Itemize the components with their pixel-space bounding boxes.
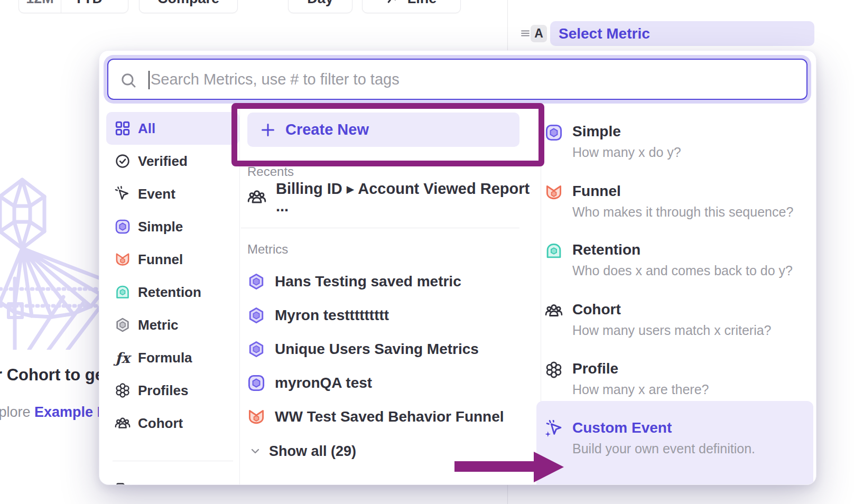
saved-metric-name: myronQA test [275, 375, 372, 391]
sidebar-item-label: Verified [138, 153, 188, 170]
saved-metric-name: Myron testtttttttt [275, 307, 389, 324]
custom-event-icon [545, 420, 563, 438]
metric-search-box[interactable] [107, 59, 807, 100]
sidebar-item-tags[interactable]: Tags [106, 473, 239, 485]
type-description: How many x do y? [572, 144, 799, 160]
type-card-funnel[interactable]: Funnel Who makes it through this sequenc… [545, 182, 799, 220]
sidebar-item-simple[interactable]: Simple [106, 210, 239, 243]
saved-metric-row[interactable]: Unique Users Saving Metrics [247, 332, 538, 366]
sidebar-item-profiles[interactable]: Profiles [106, 374, 239, 407]
range-12m-button[interactable]: 12M [19, 0, 61, 13]
select-metric-pill[interactable]: Select Metric [550, 21, 814, 46]
type-description: Build your own event definition. [572, 441, 799, 456]
type-description: How many x are there? [572, 381, 799, 397]
funnel-icon [545, 183, 563, 201]
metric-search-input[interactable] [151, 62, 801, 97]
saved-metric-row[interactable]: myronQA test [247, 366, 538, 400]
type-title: Custom Event [572, 419, 799, 437]
explore-line: xplore Example R [0, 404, 107, 421]
type-title: Simple [572, 123, 799, 141]
text-caret [148, 71, 150, 89]
sidebar-divider [113, 461, 233, 461]
sidebar-item-cohort[interactable]: Cohort [106, 407, 239, 440]
type-description: Who makes it through this sequence? [572, 204, 799, 220]
saved-metric-row[interactable]: WW Test Saved Behavior Funnel [247, 400, 538, 434]
metric-hexagon-icon [247, 273, 265, 291]
date-range-control[interactable]: 12M YTD [18, 0, 128, 13]
metrics-section-label: Metrics [247, 242, 288, 257]
formula-icon: ƒx [115, 350, 131, 366]
saved-metric-row[interactable]: Myron testtttttttt [247, 298, 538, 332]
metric-picker-screen: 12M YTD Compare Day Line A Select Metric [0, 0, 854, 504]
type-title: Retention [572, 241, 799, 259]
create-new-label: Create New [285, 121, 369, 138]
cohort-people-icon [247, 188, 266, 207]
profiles-icon [545, 361, 563, 379]
metric-hexagon-icon [247, 306, 265, 324]
line-chart-type-button[interactable]: Line [362, 0, 461, 13]
range-ytd-button[interactable]: YTD [61, 0, 128, 13]
explore-text: xplore [0, 404, 31, 420]
line-chart-icon [386, 0, 401, 6]
recents-section-label: Recents [247, 164, 294, 179]
sidebar-item-funnel[interactable]: Funnel [106, 243, 239, 276]
sidebar-item-metric[interactable]: Metric [106, 309, 239, 341]
retention-icon [545, 242, 563, 260]
select-metric-dropdown: All Verified Event Simple Funnel Retenti… [99, 50, 816, 485]
sidebar-item-retention[interactable]: Retention [106, 276, 239, 309]
sidebar-item-label: Funnel [138, 251, 183, 268]
compare-label: Compare [157, 0, 219, 7]
saved-metric-name: Unique Users Saving Metrics [275, 341, 479, 358]
metric-type-sidebar: All Verified Event Simple Funnel Retenti… [106, 112, 239, 485]
sidebar-item-label: Metric [138, 317, 179, 333]
funnel-icon [247, 408, 265, 426]
metric-hexagon-icon [247, 340, 265, 358]
plus-icon [260, 122, 276, 138]
simple-icon [247, 374, 265, 392]
compare-button[interactable]: Compare [139, 0, 238, 13]
sidebar-item-label: Event [138, 186, 175, 202]
type-title: Cohort [572, 301, 799, 319]
metric-hexagon-icon [115, 317, 131, 333]
day-label: Day [307, 0, 333, 7]
sidebar-item-label: Retention [138, 284, 201, 301]
saved-metric-name: WW Test Saved Behavior Funnel [275, 408, 504, 425]
profiles-icon [115, 382, 131, 398]
sidebar-item-label: Tags [138, 481, 169, 486]
type-card-custom-event[interactable]: Custom Event Build your own event defini… [545, 419, 799, 456]
type-card-profile[interactable]: Profile How many x are there? [545, 360, 799, 397]
sidebar-item-all[interactable]: All [106, 112, 239, 145]
cohort-people-icon [115, 415, 131, 431]
type-title: Profile [572, 360, 799, 378]
show-all-toggle[interactable]: Show all (29) [249, 441, 356, 462]
simple-icon [545, 124, 563, 142]
type-card-retention[interactable]: Retention Who does x and comes back to d… [545, 241, 799, 278]
sidebar-item-label: Simple [138, 219, 183, 235]
recent-item-label: Billing ID ▸ Account Viewed Report ... [276, 180, 535, 215]
drag-handle-icon[interactable] [520, 28, 531, 39]
recent-item[interactable]: Billing ID ▸ Account Viewed Report ... [247, 184, 535, 210]
type-card-simple[interactable]: Simple How many x do y? [545, 123, 799, 160]
verified-seal-icon [115, 153, 131, 169]
saved-metric-name: Hans Testing saved metric [275, 273, 461, 290]
simple-icon [115, 219, 131, 235]
show-all-label: Show all (29) [269, 443, 356, 460]
select-metric-label: Select Metric [559, 25, 650, 42]
sidebar-item-label: All [138, 120, 155, 137]
grid-icon [115, 120, 131, 136]
sidebar-item-formula[interactable]: ƒx Formula [106, 341, 239, 374]
section-divider [241, 228, 519, 228]
create-new-button[interactable]: Create New [247, 113, 519, 147]
saved-metric-row[interactable]: Hans Testing saved metric [247, 265, 538, 298]
example-reports-link[interactable]: Example R [34, 404, 107, 420]
type-description: How many users match x criteria? [572, 322, 799, 338]
type-card-cohort[interactable]: Cohort How many users match x criteria? [545, 301, 799, 338]
sidebar-item-event[interactable]: Event [106, 178, 239, 210]
empty-state-illustration [0, 175, 100, 350]
chevron-down-icon [249, 445, 262, 458]
day-granularity-button[interactable]: Day [288, 0, 352, 13]
sidebar-item-label: Profiles [138, 382, 188, 399]
range-ytd-label: YTD [74, 0, 103, 7]
tag-icon [115, 481, 131, 485]
sidebar-item-verified[interactable]: Verified [106, 145, 239, 178]
